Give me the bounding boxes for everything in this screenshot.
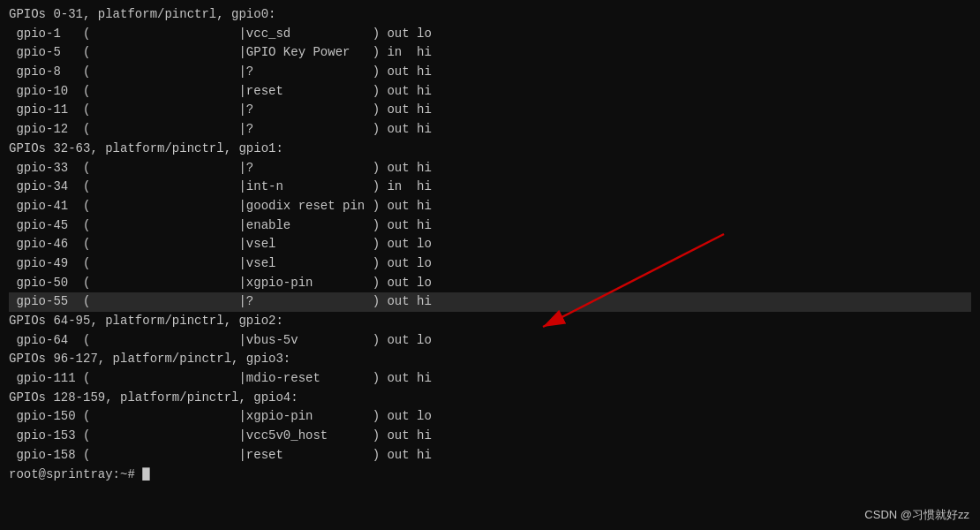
terminal-window: GPIOs 0-31, platform/pinctrl, gpio0: gpi… (0, 0, 980, 530)
terminal-line-header3: GPIOs 96-127, platform/pinctrl, gpio3: (9, 350, 971, 369)
terminal-line-gpio-11: gpio-11 ( |? ) out hi (9, 101, 971, 120)
terminal-line-header4: GPIOs 128-159, platform/pinctrl, gpio4: (9, 389, 971, 408)
terminal-output: GPIOs 0-31, platform/pinctrl, gpio0: gpi… (9, 5, 971, 484)
terminal-line-gpio-153: gpio-153 ( |vcc5v0_host ) out hi (9, 427, 971, 446)
terminal-line-gpio-46: gpio-46 ( |vsel ) out lo (9, 235, 971, 254)
terminal-line-gpio-111: gpio-111 ( |mdio-reset ) out hi (9, 369, 971, 389)
terminal-line-gpio-45: gpio-45 ( |enable ) out hi (9, 216, 971, 236)
terminal-line-gpio-158: gpio-158 ( |reset ) out hi (9, 446, 971, 466)
terminal-line-gpio-49: gpio-49 ( |vsel ) out lo (9, 254, 971, 274)
terminal-line-gpio-64: gpio-64 ( |vbus-5v ) out lo (9, 331, 971, 351)
terminal-line-header2: GPIOs 64-95, platform/pinctrl, gpio2: (9, 312, 971, 331)
terminal-line-gpio-5: gpio-5 ( |GPIO Key Power ) in hi (9, 43, 971, 63)
terminal-line-gpio-50: gpio-50 ( |xgpio-pin ) out lo (9, 274, 971, 293)
terminal-line-gpio-34: gpio-34 ( |int-n ) in hi (9, 178, 971, 197)
terminal-line-gpio-41: gpio-41 ( |goodix reset pin ) out hi (9, 197, 971, 216)
terminal-line-header0: GPIOs 0-31, platform/pinctrl, gpio0: (9, 5, 971, 25)
terminal-line-gpio-12: gpio-12 ( |? ) out hi (9, 120, 971, 140)
watermark-text: CSDN @习惯就好zz (864, 507, 969, 523)
terminal-line-gpio-8: gpio-8 ( |? ) out hi (9, 63, 971, 82)
terminal-line-gpio-10: gpio-10 ( |reset ) out hi (9, 82, 971, 102)
terminal-line-gpio-1: gpio-1 ( |vcc_sd ) out lo (9, 25, 971, 44)
terminal-line-gpio-150: gpio-150 ( |xgpio-pin ) out lo (9, 407, 971, 427)
terminal-line-gpio-55: gpio-55 ( |? ) out hi (9, 292, 971, 312)
terminal-line-header1: GPIOs 32-63, platform/pinctrl, gpio1: (9, 140, 971, 159)
terminal-line-gpio-33: gpio-33 ( |? ) out hi (9, 159, 971, 178)
terminal-line-prompt: root@sprintray:~# █ (9, 466, 971, 485)
